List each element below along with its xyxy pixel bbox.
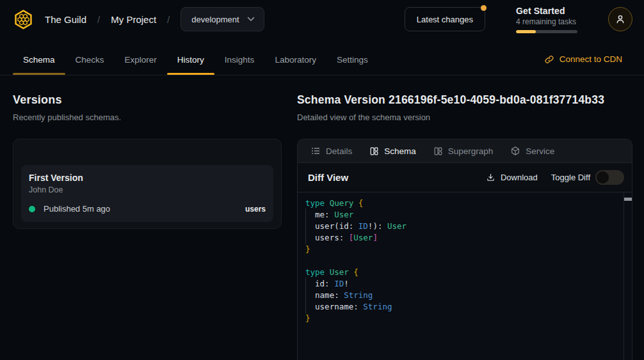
box-icon (510, 146, 520, 156)
toggle-knob (597, 171, 609, 184)
published-status-dot (29, 206, 35, 212)
schema-sdl-code[interactable]: type Query { me: User user(id: ID!): Use… (298, 192, 632, 324)
detail-tab-supergraph[interactable]: Supergraph (433, 146, 494, 156)
code-line: } (305, 244, 632, 255)
vertical-scrollbar[interactable] (624, 192, 632, 360)
layout-columns-icon (369, 146, 379, 156)
schema-code-viewer: type Query { me: User user(id: ID!): Use… (298, 192, 632, 360)
breadcrumb: The Guild / My Project / development (13, 7, 264, 31)
link-icon (545, 55, 554, 64)
schema-version-title: Schema Version 2166196f-5e10-4059-bd0a-0… (297, 93, 632, 107)
get-started-widget[interactable]: Get Started 4 remaining tasks (516, 6, 577, 33)
header-actions: Latest changes Get Started 4 remaining t… (405, 6, 632, 33)
layout-columns-icon (433, 146, 443, 156)
detail-tab-details[interactable]: Details (310, 146, 352, 156)
version-author: John Doe (29, 185, 266, 194)
guild-logo-icon[interactable] (13, 9, 34, 30)
code-line: id: ID! (305, 278, 632, 290)
diff-toolbar: Diff View Download Toggle Diff (298, 163, 632, 192)
tab-history[interactable]: History (167, 55, 214, 75)
code-line: username: String (305, 301, 632, 313)
version-detail-card: DetailsSchemaSupergraphService Diff View… (297, 139, 632, 360)
chevron-down-icon (247, 17, 255, 22)
version-detail-panel: Schema Version 2166196f-5e10-4059-bd0a-0… (297, 93, 632, 360)
tab-laboratory[interactable]: Laboratory (264, 55, 326, 75)
version-list-item[interactable]: First Version John Doe Published 5m ago … (21, 165, 273, 222)
toggle-diff-switch[interactable] (595, 170, 624, 185)
code-line: me: User (305, 209, 632, 221)
version-name: First Version (29, 173, 266, 183)
get-started-progress-bar (516, 30, 577, 33)
target-selector[interactable]: development (181, 7, 264, 31)
detail-tab-service[interactable]: Service (510, 146, 554, 156)
versions-panel: Versions Recently published schemas. Fir… (13, 93, 282, 360)
code-line: user(id: ID!): User (305, 221, 632, 232)
code-line: users: [User] (305, 232, 632, 244)
latest-changes-button[interactable]: Latest changes (405, 7, 485, 31)
diff-view-title: Diff View (308, 172, 348, 183)
tab-settings[interactable]: Settings (326, 55, 378, 75)
target-selector-value: development (191, 15, 239, 24)
versions-subtitle: Recently published schemas. (13, 113, 282, 122)
version-status: Published 5m ago (44, 204, 110, 214)
version-detail-tabs: DetailsSchemaSupergraphService (298, 139, 632, 163)
breadcrumb-separator: / (97, 14, 100, 25)
schema-version-subtitle: Detailed view of the schema version (297, 113, 632, 122)
notification-dot (481, 5, 487, 11)
scrollbar-thumb[interactable] (624, 198, 632, 201)
get-started-title: Get Started (516, 6, 577, 16)
toggle-diff-label: Toggle Diff (551, 173, 590, 182)
get-started-subtitle: 4 remaining tasks (516, 17, 577, 26)
tab-schema[interactable]: Schema (13, 55, 65, 75)
code-line: type User { (305, 267, 632, 278)
code-line (305, 255, 632, 267)
download-button[interactable]: Download (486, 173, 538, 182)
user-avatar-button[interactable] (608, 7, 632, 31)
tab-explorer[interactable]: Explorer (115, 55, 167, 75)
nav-tabs-bar: SchemaChecksExplorerHistoryInsightsLabor… (0, 38, 644, 75)
breadcrumb-separator: / (167, 14, 170, 25)
tab-insights[interactable]: Insights (214, 55, 265, 75)
code-line: } (305, 313, 632, 324)
person-icon (614, 13, 627, 26)
list-icon (310, 146, 321, 156)
breadcrumb-org[interactable]: The Guild (45, 14, 86, 25)
versions-title: Versions (13, 93, 282, 107)
detail-tab-schema[interactable]: Schema (369, 146, 416, 156)
tab-checks[interactable]: Checks (65, 55, 115, 75)
main-content: Versions Recently published schemas. Fir… (0, 75, 644, 360)
connect-to-cdn-link[interactable]: Connect to CDN (545, 54, 622, 75)
download-icon (486, 173, 495, 182)
code-line: name: String (305, 290, 632, 301)
breadcrumb-project[interactable]: My Project (111, 14, 156, 25)
versions-list: First Version John Doe Published 5m ago … (13, 139, 282, 229)
header: The Guild / My Project / development Lat… (0, 0, 644, 38)
code-line: type Query { (305, 198, 632, 209)
version-service-badge: users (245, 205, 266, 214)
